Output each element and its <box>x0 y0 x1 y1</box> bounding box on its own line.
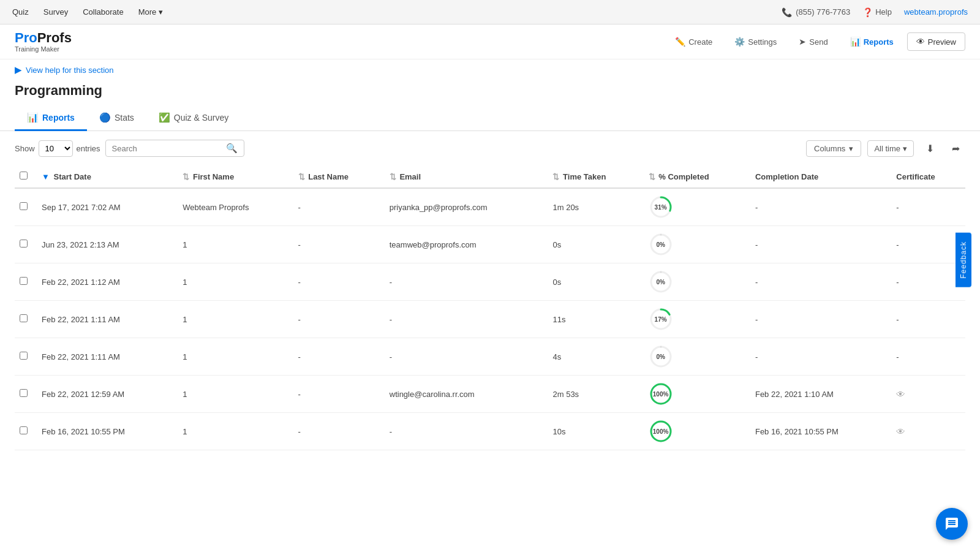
row-first-name: 1 <box>178 301 293 338</box>
tab-quiz-survey[interactable]: ✅ Quiz & Survey <box>146 106 241 131</box>
sort-pct-icon: ⇅ <box>649 172 655 181</box>
row-pct: 0% <box>644 263 750 301</box>
phone-icon: 📞 <box>782 7 792 17</box>
search-icon: 🔍 <box>226 143 238 154</box>
col-email[interactable]: ⇅ Email <box>385 165 548 188</box>
play-circle-icon: ▶ <box>15 64 22 75</box>
row-checkbox-cell <box>15 226 37 263</box>
table-controls-right: Columns ▾ All time ▾ ⬇ ➦ <box>806 138 965 158</box>
row-checkbox[interactable] <box>20 240 28 248</box>
logo-subtitle: Training Maker <box>15 45 72 53</box>
logo-pro: Pro <box>15 30 37 45</box>
progress-circle: 0% <box>649 344 673 369</box>
row-checkbox[interactable] <box>20 314 28 322</box>
send-icon: ➤ <box>799 37 806 47</box>
entries-select[interactable]: 10 25 50 100 <box>39 140 73 157</box>
share-icon: ➦ <box>952 143 960 154</box>
col-start-date[interactable]: ▼ Start Date <box>37 165 178 188</box>
nav-collaborate[interactable]: Collaborate <box>83 7 124 17</box>
nav-survey[interactable]: Survey <box>43 7 68 17</box>
show-entries: Show 10 25 50 100 entries <box>15 140 100 157</box>
download-icon: ⬇ <box>926 143 934 154</box>
row-time-taken: 11s <box>548 301 643 338</box>
columns-dropdown[interactable]: Columns ▾ <box>806 140 861 157</box>
table-row: Feb 22, 2021 1:11 AM 1 - - 4s 0% - - <box>15 338 965 376</box>
row-checkbox[interactable] <box>20 426 28 434</box>
row-time-taken: 0s <box>548 226 643 263</box>
row-checkbox[interactable] <box>20 202 28 210</box>
view-certificate-icon[interactable]: 👁 <box>896 426 905 437</box>
eye-preview-icon: 👁 <box>916 37 925 47</box>
row-email: - <box>385 263 548 301</box>
row-first-name: 1 <box>178 413 293 450</box>
time-dropdown[interactable]: All time ▾ <box>867 140 914 157</box>
row-last-name: - <box>293 338 385 376</box>
col-certificate: Certificate <box>891 165 965 188</box>
row-email: - <box>385 338 548 376</box>
row-date: Sep 17, 2021 7:02 AM <box>37 188 178 226</box>
row-checkbox[interactable] <box>20 389 28 397</box>
progress-circle: 0% <box>649 270 673 294</box>
gear-icon: ⚙️ <box>734 37 745 47</box>
pencil-icon: ✏️ <box>675 37 685 47</box>
row-time-taken: 10s <box>548 413 643 450</box>
table-row: Sep 17, 2021 7:02 AM Webteam Proprofs - … <box>15 188 965 226</box>
progress-circle: 31% <box>649 195 673 219</box>
top-nav-right: 📞 (855) 776-7763 ❓ Help webteam.proprofs <box>782 7 968 17</box>
reports-table: ▼ Start Date ⇅ First Name ⇅ Last Name ⇅ … <box>15 165 965 450</box>
tab-reports[interactable]: 📊 Reports <box>15 106 87 131</box>
tab-stats[interactable]: 🔵 Stats <box>87 106 146 131</box>
row-first-name: 1 <box>178 226 293 263</box>
row-certificate: - <box>891 226 965 263</box>
page-title: Programming <box>0 80 980 106</box>
search-box: 🔍 <box>105 140 244 157</box>
row-date: Jun 23, 2021 2:13 AM <box>37 226 178 263</box>
row-pct: 0% <box>644 338 750 376</box>
row-certificate: - <box>891 338 965 376</box>
row-checkbox[interactable] <box>20 277 28 285</box>
help-bar[interactable]: ▶ View help for this section <box>0 59 980 80</box>
search-input[interactable] <box>112 144 222 153</box>
row-date: Feb 22, 2021 1:12 AM <box>37 263 178 301</box>
tab-reports-icon: 📊 <box>27 112 39 123</box>
row-certificate: - <box>891 188 965 226</box>
row-last-name: - <box>293 263 385 301</box>
user-account[interactable]: webteam.proprofs <box>904 7 968 17</box>
row-date: Feb 16, 2021 10:55 PM <box>37 413 178 450</box>
row-last-name: - <box>293 226 385 263</box>
help-link[interactable]: ❓ Help <box>862 7 892 17</box>
row-first-name: Webteam Proprofs <box>178 188 293 226</box>
header-actions: ✏️ Create ⚙️ Settings ➤ Send 📊 Reports 👁… <box>666 32 965 51</box>
row-completion-date: - <box>750 338 891 376</box>
feedback-tab[interactable]: Feedback <box>956 233 971 287</box>
col-first-name[interactable]: ⇅ First Name <box>178 165 293 188</box>
select-all-checkbox[interactable] <box>20 172 28 180</box>
col-time-taken[interactable]: ⇅ Time Taken <box>548 165 643 188</box>
download-button[interactable]: ⬇ <box>920 138 940 158</box>
row-time-taken: 0s <box>548 263 643 301</box>
col-last-name[interactable]: ⇅ Last Name <box>293 165 385 188</box>
sort-email-icon: ⇅ <box>390 172 396 181</box>
row-last-name: - <box>293 188 385 226</box>
bar-chart-icon: 📊 <box>850 37 861 47</box>
send-button[interactable]: ➤ Send <box>790 33 836 50</box>
nav-more[interactable]: More ▾ <box>138 7 164 17</box>
create-button[interactable]: ✏️ Create <box>666 33 721 50</box>
row-time-taken: 2m 53s <box>548 376 643 413</box>
progress-circle: 100% <box>649 419 673 444</box>
row-checkbox-cell <box>15 413 37 450</box>
row-email: priyanka_pp@proprofs.com <box>385 188 548 226</box>
share-button[interactable]: ➦ <box>946 138 965 158</box>
settings-button[interactable]: ⚙️ Settings <box>726 33 785 50</box>
preview-button[interactable]: 👁 Preview <box>907 32 965 51</box>
row-date: Feb 22, 2021 1:11 AM <box>37 301 178 338</box>
table-wrapper: ▼ Start Date ⇅ First Name ⇅ Last Name ⇅ … <box>0 165 980 450</box>
reports-button[interactable]: 📊 Reports <box>842 33 902 50</box>
table-controls-left: Show 10 25 50 100 entries 🔍 <box>15 140 244 157</box>
view-certificate-icon[interactable]: 👁 <box>896 389 905 399</box>
nav-quiz[interactable]: Quiz <box>12 7 29 17</box>
row-checkbox[interactable] <box>20 352 28 360</box>
row-date: Feb 22, 2021 12:59 AM <box>37 376 178 413</box>
row-pct: 17% <box>644 301 750 338</box>
logo-profs: Profs <box>37 30 72 45</box>
